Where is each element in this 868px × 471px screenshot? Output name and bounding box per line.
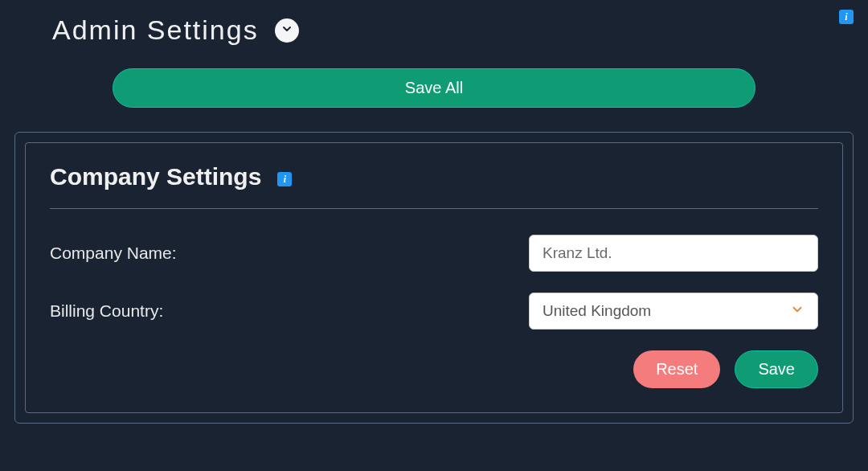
save-button[interactable]: Save — [735, 350, 818, 388]
chevron-down-icon — [280, 23, 293, 39]
chevron-down-icon — [790, 302, 805, 321]
company-settings-panel: Company Settings i Company Name: Billing… — [14, 132, 854, 424]
billing-country-select[interactable]: United Kingdom — [529, 293, 818, 330]
panel-title: Company Settings — [50, 163, 261, 190]
company-name-input[interactable] — [529, 235, 818, 272]
page-info-icon[interactable]: i — [839, 10, 854, 24]
save-all-button[interactable]: Save All — [113, 68, 755, 108]
collapse-toggle[interactable] — [275, 18, 299, 43]
panel-info-icon[interactable]: i — [277, 172, 292, 186]
company-name-label: Company Name: — [50, 244, 177, 263]
billing-country-label: Billing Country: — [50, 301, 163, 321]
reset-button[interactable]: Reset — [633, 350, 720, 388]
billing-country-value: United Kingdom — [542, 302, 651, 320]
page-title: Admin Settings — [52, 14, 259, 46]
